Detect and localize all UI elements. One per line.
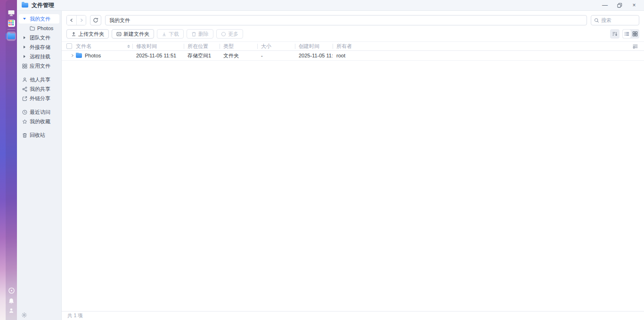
sidebar-item-recent[interactable]: 最近访问 [17, 107, 61, 117]
expand-chevron-icon[interactable] [66, 54, 76, 57]
titlebar: 文件管理 — × [17, 0, 644, 11]
location-cell: 存储空间1 [184, 52, 220, 59]
more-circle-icon [221, 32, 226, 37]
sidebar-item-favorites[interactable]: 我的收藏 [17, 117, 61, 126]
view-mode-toggle [622, 29, 639, 39]
upload-icon [71, 32, 76, 37]
folder-icon [8, 33, 15, 39]
column-header-type[interactable]: 类型 [220, 42, 257, 50]
download-icon [162, 32, 167, 37]
toolbar: 上传文件夹 新建文件夹 下载 [62, 27, 644, 41]
main-panel: 上传文件夹 新建文件夹 下载 [62, 11, 644, 320]
file-table-header: 文件名 修改时间 所在位置 类型 大小 创建时间 所有者 [62, 41, 644, 51]
upload-folder-button[interactable]: 上传文件夹 [66, 29, 109, 39]
sort-button[interactable] [610, 29, 620, 39]
star-icon [22, 119, 27, 124]
sidebar-item-external-storage[interactable]: 外接存储 [17, 42, 61, 52]
search-icon [594, 18, 599, 23]
app-grid-icon [22, 64, 27, 69]
file-manager-window: 文件管理 — × 我的文件 Photos 团队文件 [17, 0, 644, 320]
history-nav-group [66, 15, 86, 25]
sidebar-item-recycle-bin[interactable]: 回收站 [17, 130, 61, 140]
caret-right-icon [22, 55, 27, 58]
file-manager-dock-icon[interactable] [7, 32, 16, 41]
trash-icon [191, 32, 196, 37]
folder-outline-icon [29, 26, 35, 31]
search-input[interactable] [601, 17, 634, 23]
external-link-icon [22, 96, 27, 101]
caret-right-icon [22, 46, 27, 48]
column-header-location[interactable]: 所在位置 [184, 42, 220, 50]
desktop-wallpaper-strip [0, 0, 17, 320]
sidebar-item-remote-mount[interactable]: 远程挂载 [17, 52, 61, 61]
delete-button[interactable]: 删除 [187, 29, 213, 39]
sidebar-item-link-share[interactable]: 外链分享 [17, 94, 61, 103]
size-cell: - [257, 53, 295, 58]
sort-arrows-icon[interactable] [127, 45, 130, 48]
clock-icon [22, 110, 27, 115]
close-button[interactable]: × [629, 1, 639, 9]
owner-cell: root [333, 53, 644, 58]
person-icon [22, 77, 27, 82]
column-header-name[interactable]: 文件名 [76, 42, 132, 50]
back-button[interactable] [67, 16, 76, 25]
modified-cell: 2025-11-05 11:51 [132, 53, 184, 58]
file-list-empty-area[interactable] [62, 61, 644, 311]
column-header-created[interactable]: 创建时间 [295, 42, 333, 50]
select-all-checkbox[interactable] [66, 43, 72, 49]
desktop-monitor-icon[interactable] [7, 8, 16, 17]
sidebar-item-team-files[interactable]: 团队文件 [17, 33, 61, 42]
type-cell: 文件夹 [220, 52, 257, 59]
sidebar-item-my-shares[interactable]: 我的共享 [17, 84, 61, 94]
sidebar-item-shared-by-others[interactable]: 他人共享 [17, 75, 61, 84]
assistant-circle-icon[interactable] [7, 286, 16, 295]
dock-separator [8, 29, 15, 30]
sidebar: 我的文件 Photos 团队文件 外接存储 远程挂载 [17, 11, 62, 320]
dock-panel [6, 0, 17, 320]
status-bar: 共 1 项 [62, 311, 644, 320]
path-breadcrumb-input[interactable] [105, 15, 587, 25]
new-folder-icon [116, 32, 122, 37]
app-logo-folder-icon [22, 3, 28, 8]
file-name-cell[interactable]: Photos [76, 53, 132, 58]
list-view-button[interactable] [623, 30, 631, 38]
more-button[interactable]: 更多 [216, 29, 243, 39]
caret-down-icon [22, 18, 27, 20]
maximize-button[interactable] [614, 1, 625, 9]
download-button[interactable]: 下载 [157, 29, 184, 39]
sidebar-item-my-files[interactable]: 我的文件 [19, 14, 59, 24]
sidebar-item-photos[interactable]: Photos [17, 24, 61, 33]
navigation-row [62, 11, 644, 27]
minimize-button[interactable]: — [600, 1, 610, 9]
column-header-owner[interactable]: 所有者 [333, 42, 644, 50]
select-all-cell [66, 42, 76, 50]
forward-button[interactable] [76, 16, 86, 25]
trash-icon [22, 133, 27, 138]
app-launcher-icon[interactable] [7, 19, 16, 27]
search-box[interactable] [591, 15, 639, 25]
new-folder-button[interactable]: 新建文件夹 [112, 29, 154, 39]
column-header-size[interactable]: 大小 [257, 42, 295, 50]
share-nodes-icon [22, 87, 27, 92]
column-settings-icon[interactable] [632, 43, 638, 49]
notification-bell-icon[interactable] [7, 297, 16, 305]
grid-view-button[interactable] [631, 30, 639, 38]
caret-right-icon [22, 36, 27, 39]
created-cell: 2025-11-05 11:51 [295, 53, 333, 58]
item-count-label: 共 1 项 [67, 312, 83, 319]
table-row-photos[interactable]: Photos 2025-11-05 11:51 存储空间1 文件夹 - 2025… [62, 51, 644, 61]
user-icon[interactable] [7, 306, 16, 315]
folder-icon [76, 53, 82, 58]
sidebar-item-app-files[interactable]: 应用文件 [17, 61, 61, 71]
column-header-modified[interactable]: 修改时间 [132, 42, 184, 50]
window-title: 文件管理 [32, 1, 54, 9]
settings-gear-icon[interactable] [21, 312, 27, 318]
refresh-button[interactable] [90, 15, 101, 25]
